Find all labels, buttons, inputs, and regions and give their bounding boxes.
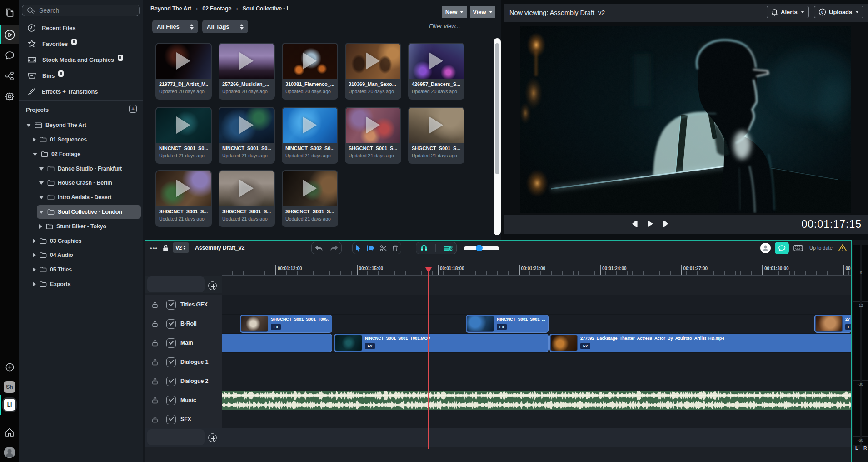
svg-text:0: 0 <box>821 10 823 15</box>
